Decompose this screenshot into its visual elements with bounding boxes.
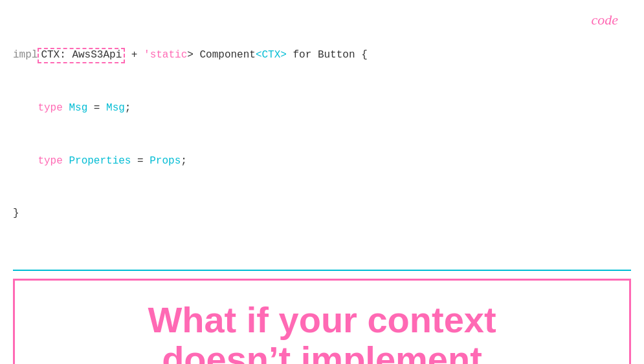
divider xyxy=(13,270,631,271)
slide-line-2: doesn’t implement xyxy=(148,339,496,364)
close-brace: } xyxy=(13,208,19,219)
component-keyword: Component xyxy=(199,49,255,61)
props-label: Properties xyxy=(69,155,131,167)
eq-1: = xyxy=(94,102,106,114)
plus-static: + xyxy=(125,49,144,61)
code-line-4: } xyxy=(13,205,631,222)
type-keyword-1: type xyxy=(38,102,62,114)
slide-text: What if your context doesn’t implement A… xyxy=(109,281,535,364)
code-section: code implCTX: AwsS3Api + 'static> Compon… xyxy=(0,0,644,264)
static-keyword: 'static xyxy=(144,49,187,61)
impl-keyword: impl xyxy=(13,49,38,61)
code-line-2: type Msg = Msg; xyxy=(13,100,631,117)
for-keyword: for Button { xyxy=(287,49,368,61)
semi-2: ; xyxy=(181,155,187,167)
msg-val: Msg xyxy=(106,102,125,114)
slide-line-1: What if your context xyxy=(148,300,496,340)
msg-label: Msg xyxy=(69,102,87,114)
type-keyword-2: type xyxy=(38,155,62,167)
props-val: Props xyxy=(150,155,181,167)
angle-bracket: > xyxy=(187,49,199,61)
code-line-3: type Properties = Props; xyxy=(13,153,631,170)
code-block: implCTX: AwsS3Api + 'static> Component<C… xyxy=(13,12,631,258)
slide-box: What if your context doesn’t implement A… xyxy=(13,279,631,364)
code-line-1: implCTX: AwsS3Api + 'static> Component<C… xyxy=(13,47,631,64)
eq-2: = xyxy=(137,155,150,167)
ctx-type: <CTX> xyxy=(256,49,287,61)
code-label: code xyxy=(591,12,618,28)
semi-1: ; xyxy=(125,102,131,114)
page-container: code implCTX: AwsS3Api + 'static> Compon… xyxy=(0,0,644,364)
ctx-box: CTX: AwsS3Api xyxy=(38,48,125,63)
